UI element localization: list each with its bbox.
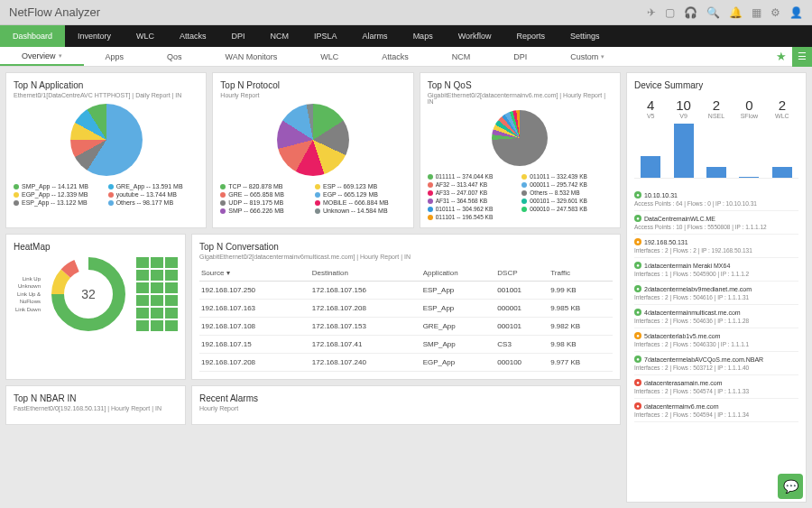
layout-toggle-icon[interactable]: ☰ [792,47,812,67]
heatmap-cell[interactable] [151,308,163,319]
user-icon[interactable]: 👤 [789,6,803,19]
grid-icon[interactable]: ▦ [752,6,761,19]
donut-chart: 32 [48,254,129,335]
heatmap-cell[interactable] [151,320,163,331]
legend-item: Unknown -- 14.584 MB [315,208,406,214]
device-item[interactable]: ●7datacentermelabAVCQoS.me.com.NBARInter… [634,352,798,375]
subtab-attacks[interactable]: Attacks [360,47,430,66]
heatmap-cell[interactable] [165,282,178,293]
table-header[interactable]: Traffic [549,265,613,282]
table-row[interactable]: 192.168.107.250172.168.107.156ESP_App001… [199,282,613,300]
heatmap-cell[interactable] [136,282,149,293]
heatmap-cell[interactable] [165,295,178,306]
table-header[interactable]: Application [421,265,496,282]
device-item[interactable]: ●192.168.50.131Interfaces : 2 | Flows : … [634,235,798,258]
table-row[interactable]: 192.168.107.108172.168.107.153GRE_App000… [199,318,613,336]
legend-item: TCP -- 820.878 MB [220,183,311,189]
device-item[interactable]: ●1datacentermain Meraki MX64Interfaces :… [634,258,798,282]
subtab-overview[interactable]: Overview▾ [0,47,84,66]
legend-item: 011111 -- 374.044 KB [428,173,519,180]
bell-icon[interactable]: 🔔 [729,6,743,19]
status-icon: ● [634,379,641,386]
subtab-wan-monitors[interactable]: WAN Monitors [204,47,300,66]
nav-tab-reports[interactable]: Reports [503,25,558,47]
device-item[interactable]: ●5datacenterlab1v5.me.comInterfaces : 2 … [634,328,798,352]
star-icon[interactable]: ★ [776,50,787,63]
card-title: Top N Conversation [199,242,613,252]
nav-tab-workflow[interactable]: Workflow [446,25,504,47]
pie-chart [277,104,349,176]
subtab-custom[interactable]: Custom▾ [549,47,626,66]
nav-tab-ipsla[interactable]: IPSLA [301,25,350,47]
device-item[interactable]: ●10.10.10.31Access Points : 64 | Flows :… [634,188,798,211]
nav-tab-dashboard[interactable]: Dashboard [0,25,65,47]
nav-tab-alarms[interactable]: Alarms [350,25,401,47]
stat-v5: 4V5 [634,97,667,119]
table-row[interactable]: 192.168.107.208172.168.107.240EGP_App000… [199,354,613,372]
heatmap-cell[interactable] [136,257,149,268]
stat-sflow: 0SFlow [733,97,765,119]
heatmap-cell[interactable] [151,295,163,306]
bar [739,177,759,178]
table-header[interactable]: Source ▾ [199,265,310,282]
table-row[interactable]: 192.168.107.163172.168.107.208ESP_App000… [199,300,613,318]
subtab-dpi[interactable]: DPI [492,47,549,66]
search-icon[interactable]: 🔍 [706,6,720,19]
status-icon: ● [634,215,641,222]
legend-item: EGP -- 665.129 MB [315,191,406,198]
table-header[interactable]: Destination [310,265,421,282]
heatmap-cell[interactable] [136,320,149,331]
nav-tab-attacks[interactable]: Attacks [167,25,219,47]
card-subtitle: FastEthernet0/0[192.168.50.131] | Hourly… [14,405,178,411]
nav-tab-dpi[interactable]: DPI [219,25,258,47]
headset-icon[interactable]: 🎧 [684,6,697,19]
top-icons: ✈ ▢ 🎧 🔍 🔔 ▦ ⚙ 👤 [647,6,803,19]
rocket-icon[interactable]: ✈ [647,6,656,19]
stat-nsel: 2NSEL [700,97,733,119]
device-summary-panel: Device Summary 4V510V92NSEL0SFlow2WLC ●1… [626,72,807,503]
heatmap-cell[interactable] [151,270,163,281]
card-title: Top N Protocol [220,80,405,90]
stat-wlc: 2WLC [766,97,798,119]
subtab-qos[interactable]: Qos [145,47,204,66]
device-item[interactable]: ●DataCentremainWLC.MEAccess Points : 10 … [634,211,798,235]
nav-tab-ncm[interactable]: NCM [258,25,302,47]
subtab-wlc[interactable]: WLC [299,47,360,66]
nav-tab-wlc[interactable]: WLC [124,25,167,47]
status-icon: ● [634,262,641,269]
table-row[interactable]: 192.168.107.15172.168.107.41SMP_AppCS39.… [199,336,613,354]
device-item[interactable]: ●2datacentermelabv9medianet.me.comInterf… [634,282,798,305]
legend-item: 011101 -- 196.545 KB [428,214,519,220]
chat-button[interactable]: 💬 [778,474,803,499]
legend-item: EGP_App -- 12.339 MB [14,191,105,198]
legend-item: GRE -- 665.858 MB [220,191,311,198]
summary-bar-chart [634,125,798,179]
nav-tab-inventory[interactable]: Inventory [65,25,124,47]
legend-item: youtube -- 13.744 MB [108,191,199,198]
heatmap-cell[interactable] [151,257,163,268]
donut-center-value: 32 [81,287,96,301]
nav-tab-settings[interactable]: Settings [558,25,613,47]
top-protocol-card: Top N Protocol Hourly Report TCP -- 820.… [212,72,413,228]
heatmap-cell[interactable] [136,270,149,281]
nav-tab-maps[interactable]: Maps [401,25,446,47]
table-header[interactable]: DSCP [495,265,549,282]
legend-item: Others -- 8.532 MB [521,189,613,196]
status-icon: ● [634,332,641,339]
gear-icon[interactable]: ⚙ [770,6,780,19]
heatmap-cell[interactable] [136,308,149,319]
bar [706,167,726,178]
heatmap-cell[interactable] [165,320,178,331]
subtab-apps[interactable]: Apps [84,47,146,66]
monitor-icon[interactable]: ▢ [665,6,675,19]
heatmap-cell[interactable] [136,295,149,306]
status-icon: ● [634,309,641,316]
device-item[interactable]: ●datacentermainv6.me.comInterfaces : 2 |… [634,399,798,422]
device-item[interactable]: ●4datacentermainmulticast.me.comInterfac… [634,305,798,328]
device-item[interactable]: ●datacenterasamain.me.comInterfaces : 2 … [634,375,798,399]
heatmap-cell[interactable] [151,282,163,293]
heatmap-cell[interactable] [165,257,178,268]
heatmap-cell[interactable] [165,270,178,281]
subtab-ncm[interactable]: NCM [430,47,493,66]
heatmap-cell[interactable] [165,308,178,319]
